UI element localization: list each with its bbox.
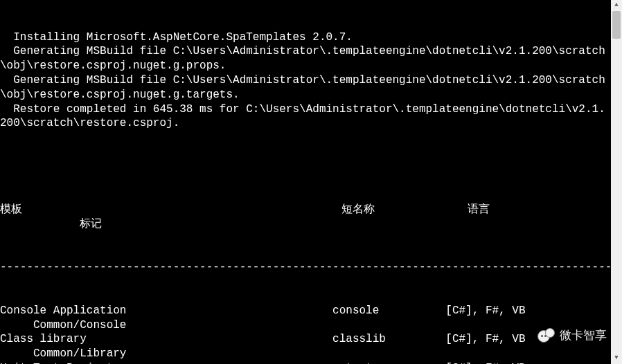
log-line: Installing Microsoft.AspNetCore.SpaTempl… [0,30,611,45]
scrollbar-thumb[interactable] [612,11,621,39]
template-table-header: 模板 短名称 语言 标记 [0,203,611,232]
log-line: Generating MSBuild file C:\Users\Adminis… [0,73,611,102]
wechat-icon [537,328,556,343]
template-table-body: Console Application console [C#], F#, VB… [0,304,611,364]
restore-log: Installing Microsoft.AspNetCore.SpaTempl… [0,30,611,131]
table-row: Console Application console [C#], F#, VB [0,304,611,318]
header-divider: ----------------------------------------… [0,260,611,275]
log-line: Restore completed in 645.38 ms for C:\Us… [0,102,611,131]
scroll-up-button[interactable]: ▲ [611,0,622,11]
watermark: 微卡智享 [537,328,607,343]
table-row-tags: Common/Console [0,318,611,333]
scroll-down-button[interactable]: ▼ [611,353,622,364]
log-line: Generating MSBuild file C:\Users\Adminis… [0,44,611,73]
terminal-output: Installing Microsoft.AspNetCore.SpaTempl… [0,0,611,364]
table-row: Class library classlib [C#], F#, VB [0,332,611,347]
table-row: Unit Test Project mstest [C#], F#, VB [0,361,611,364]
watermark-text: 微卡智享 [560,328,607,343]
table-row-tags: Common/Library [0,347,611,361]
scrollbar-track[interactable] [611,11,622,353]
blank-line [0,160,611,174]
vertical-scrollbar[interactable]: ▲ ▼ [611,0,622,364]
